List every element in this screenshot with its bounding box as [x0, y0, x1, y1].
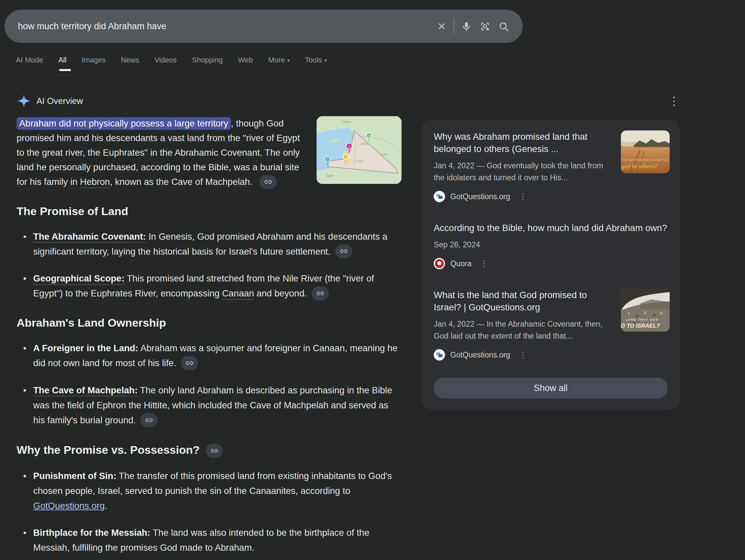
svg-text:ged to others?: ged to others? — [621, 163, 658, 169]
source-name: GotQuestions.org — [450, 192, 510, 201]
source-row: GotQuestions.org⋮ — [434, 191, 612, 202]
related-card-title[interactable]: Why was Abraham promised land that belon… — [434, 130, 612, 155]
intro-tail: , known as the Cave of Machpelah. — [110, 177, 255, 187]
main-content: Abraham did not physically possess a lar… — [17, 116, 680, 560]
kebab-menu-icon[interactable]: ⋮ — [668, 95, 680, 106]
source-link-chip[interactable] — [206, 444, 223, 458]
svg-text:3: 3 — [327, 158, 328, 161]
gotquestions-favicon-icon — [434, 191, 445, 202]
inline-link[interactable]: The Abrahamic Covenant: — [33, 231, 146, 242]
related-card[interactable]: What is the land that God promised to Is… — [422, 278, 680, 369]
ai-overview-body: Abraham did not physically possess a lar… — [17, 116, 401, 560]
source-link-chip[interactable] — [140, 413, 158, 427]
bullet-text: Punishment of Sin: The transfer of this … — [33, 468, 401, 513]
tab-news[interactable]: News — [121, 56, 139, 71]
hebron-link[interactable]: Hebron — [80, 177, 110, 187]
related-card-title[interactable]: What is the land that God promised to Is… — [434, 289, 612, 313]
bullet-dot: • — [17, 383, 33, 428]
list-item: •A Foreigner in the Land: Abraham was a … — [17, 341, 401, 371]
header-divider — [0, 75, 745, 75]
related-card-thumbnail[interactable]: LAND THAT GOD D TO ISRAEL? — [621, 289, 670, 332]
ai-overview-section: Abraham's Land Ownership•A Foreigner in … — [17, 316, 401, 428]
lens-camera-icon[interactable] — [476, 17, 494, 35]
section-bullet-list: •Punishment of Sin: The transfer of this… — [17, 468, 401, 555]
bullet-dot: • — [17, 271, 33, 301]
svg-text:1: 1 — [348, 145, 350, 148]
tab-ai-mode[interactable]: AI Mode — [16, 56, 43, 71]
tab-label: News — [121, 56, 139, 64]
text-segment: Punishment of Sin: — [33, 471, 117, 481]
section-heading: Abraham's Land Ownership — [17, 316, 401, 329]
highlighted-sentence[interactable]: Abraham did not physically possess a lar… — [17, 117, 231, 130]
related-card-snippet: Jan 4, 2022 — In the Abrahamic Covenant,… — [434, 318, 612, 342]
section-heading-text: The Promise of Land — [17, 205, 128, 218]
tab-videos[interactable]: Videos — [155, 56, 177, 71]
show-all-button[interactable]: Show all — [434, 378, 668, 398]
source-link-chip[interactable] — [335, 244, 352, 258]
related-card[interactable]: According to the Bible, how much land di… — [422, 211, 680, 278]
ai-overview-header: AI Overview ⋮ — [17, 94, 680, 108]
bullet-text: Geographical Scope: This promised land s… — [33, 271, 401, 301]
map-label: Syria — [361, 142, 368, 146]
svg-text:4: 4 — [368, 134, 370, 137]
related-card-main: What is the land that God promised to Is… — [434, 289, 612, 361]
list-item: •The Abrahamic Covenant: In Genesis, God… — [17, 229, 401, 259]
inline-link[interactable]: Canaan — [222, 288, 254, 299]
section-bullet-list: •The Abrahamic Covenant: In Genesis, God… — [17, 229, 401, 301]
ai-overview-title: AI Overview — [36, 96, 83, 106]
text-segment: A Foreigner in the Land: — [33, 343, 138, 353]
source-row: GotQuestions.org⋮ — [434, 349, 612, 361]
related-card[interactable]: Why was Abraham promised land that belon… — [422, 120, 680, 211]
mic-icon[interactable] — [457, 17, 476, 35]
tab-more[interactable]: More▾ — [268, 56, 290, 71]
related-sources-panel: Why was Abraham promised land that belon… — [422, 120, 680, 410]
related-card-main: Why was Abraham promised land that belon… — [434, 130, 612, 202]
kebab-menu-icon[interactable]: ⋮ — [519, 350, 527, 360]
map-label: Jordan — [355, 160, 363, 163]
related-card-snippet: Jan 4, 2022 — God eventually took the la… — [434, 160, 612, 184]
related-card-title[interactable]: According to the Bible, how much land di… — [434, 222, 670, 234]
inline-link[interactable]: Geographical Scope: — [33, 273, 124, 283]
list-item: •The Cave of Machpelah: The only land Ab… — [17, 383, 401, 428]
kebab-menu-icon[interactable]: ⋮ — [519, 192, 527, 201]
tab-images[interactable]: Images — [82, 56, 105, 71]
intro-paragraph: Abraham did not physically possess a lar… — [17, 116, 300, 190]
search-icon[interactable] — [494, 17, 513, 35]
list-item: •Geographical Scope: This promised land … — [17, 271, 401, 301]
chevron-down-icon: ▾ — [324, 57, 327, 63]
tab-all[interactable]: All — [58, 56, 66, 71]
map-label: Türkiye — [341, 120, 351, 123]
clear-icon[interactable] — [432, 17, 451, 35]
kebab-menu-icon[interactable]: ⋮ — [480, 259, 488, 268]
related-card-main: According to the Bible, how much land di… — [434, 222, 670, 269]
search-bar[interactable]: how much territory did Abraham have — [5, 10, 523, 43]
active-tab-underline — [59, 69, 71, 71]
tab-label: Videos — [155, 56, 177, 64]
search-input[interactable]: how much territory did Abraham have — [18, 21, 432, 32]
gemini-sparkle-icon — [17, 94, 31, 108]
search-bar-divider — [454, 19, 454, 34]
section-heading: The Promise of Land — [17, 205, 401, 218]
tab-label: AI Mode — [16, 56, 43, 64]
tab-shopping[interactable]: Shopping — [192, 56, 223, 71]
quora-favicon-icon — [434, 258, 445, 269]
related-card-snippet: Sep 26, 2024 — [434, 239, 670, 251]
inline-link[interactable]: The Cave of Machpelah: — [33, 385, 138, 395]
section-heading-text: Abraham's Land Ownership — [17, 316, 166, 329]
source-link-chip[interactable] — [260, 175, 277, 189]
map-thumbnail[interactable]: Türkiye Syria Iraq Jordan Egypt 1 3 4 — [317, 116, 401, 184]
source-link-chip[interactable] — [312, 286, 329, 301]
inline-link[interactable]: GotQuestions.org — [33, 501, 105, 511]
tab-tools[interactable]: Tools▾ — [305, 56, 327, 71]
chevron-down-icon: ▾ — [287, 57, 290, 63]
tab-label: Shopping — [192, 56, 223, 64]
section-bullet-list: •A Foreigner in the Land: Abraham was a … — [17, 341, 401, 428]
section-heading: Why the Promise vs. Possession? — [17, 443, 401, 457]
bullet-dot: • — [17, 525, 33, 555]
ai-overview-section: Why the Promise vs. Possession?•Punishme… — [17, 443, 401, 555]
related-card-thumbnail[interactable]: RAHAM PROMISED LAND THA ged to others? — [621, 130, 670, 173]
source-link-chip[interactable] — [181, 356, 198, 370]
text-segment: Birthplace for the Messiah: — [33, 527, 150, 538]
tab-web[interactable]: Web — [238, 56, 253, 71]
list-item: •Birthplace for the Messiah: The land wa… — [17, 525, 401, 555]
